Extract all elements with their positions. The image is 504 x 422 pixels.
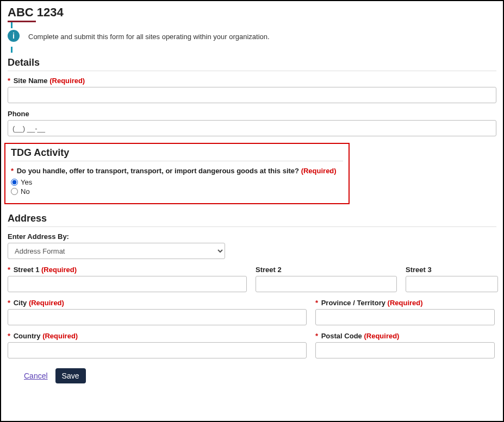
street2-label: Street 2 xyxy=(256,266,397,274)
required-text: (Required) xyxy=(41,266,77,274)
required-text: (Required) xyxy=(301,167,337,175)
site-name-label-wrap: * Site Name (Required) xyxy=(8,77,496,85)
site-name-field: * Site Name (Required) xyxy=(8,77,496,103)
postal-input[interactable] xyxy=(315,342,495,358)
province-label-wrap: * Province / Territory (Required) xyxy=(315,299,495,307)
section-details-heading: Details xyxy=(8,57,496,68)
street1-field: * Street 1 (Required) xyxy=(8,266,247,292)
required-text: (Required) xyxy=(388,299,423,307)
required-star: * xyxy=(8,299,10,307)
info-icon-wrap: i xyxy=(8,26,22,47)
divider xyxy=(11,161,343,161)
province-input[interactable] xyxy=(315,309,495,325)
required-star: * xyxy=(8,332,10,340)
info-icon: i xyxy=(8,30,20,42)
required-text: (Required) xyxy=(49,77,85,85)
section-address-heading: Address xyxy=(8,213,496,224)
bracket-bottom xyxy=(11,47,13,53)
form-actions: Cancel Save xyxy=(8,368,496,383)
required-text: (Required) xyxy=(42,332,78,340)
info-text: Complete and submit this form for all si… xyxy=(28,33,270,41)
country-postal-row: * Country (Required) * Postal Code (Requ… xyxy=(8,332,496,358)
tdg-yes-row[interactable]: Yes xyxy=(11,178,343,186)
info-banner: i Complete and submit this form for all … xyxy=(8,26,496,47)
country-input[interactable] xyxy=(8,342,307,358)
enter-by-label: Enter Address By: xyxy=(8,232,496,241)
phone-input[interactable] xyxy=(8,120,496,136)
postal-label-wrap: * Postal Code (Required) xyxy=(315,332,495,340)
postal-label: Postal Code xyxy=(321,332,362,340)
required-star: * xyxy=(315,332,318,340)
bracket-top xyxy=(11,22,13,28)
street3-input[interactable] xyxy=(406,276,498,292)
address-format-select[interactable]: Address Format xyxy=(8,243,225,259)
tdg-question: * Do you handle, offer to transport, tra… xyxy=(11,167,343,175)
phone-field: Phone xyxy=(8,110,496,136)
city-province-row: * City (Required) * Province / Territory… xyxy=(8,299,496,325)
street1-label-wrap: * Street 1 (Required) xyxy=(8,266,247,274)
phone-label: Phone xyxy=(8,110,496,118)
street2-input[interactable] xyxy=(256,276,397,292)
enter-address-by-field: Enter Address By: Address Format xyxy=(8,232,496,259)
site-name-input[interactable] xyxy=(8,87,496,103)
street2-field: Street 2 xyxy=(256,266,397,292)
tdg-yes-radio[interactable] xyxy=(11,179,18,186)
postal-field: * Postal Code (Required) xyxy=(315,332,495,358)
country-label-wrap: * Country (Required) xyxy=(8,332,307,340)
country-label: Country xyxy=(14,332,41,340)
save-button[interactable]: Save xyxy=(55,368,86,383)
section-tdg-heading: TDG Activity xyxy=(11,147,343,159)
city-field: * City (Required) xyxy=(8,299,307,325)
street-row: * Street 1 (Required) Street 2 Street 3 xyxy=(8,266,496,292)
street3-field: Street 3 xyxy=(406,266,498,292)
tdg-highlight-box: TDG Activity * Do you handle, offer to t… xyxy=(4,143,350,204)
page-title: ABC 1234 xyxy=(8,5,496,20)
required-star: * xyxy=(315,299,318,307)
province-field: * Province / Territory (Required) xyxy=(315,299,495,325)
tdg-question-text: Do you handle, offer to transport, trans… xyxy=(17,167,299,175)
divider xyxy=(8,226,496,227)
required-text: (Required) xyxy=(364,332,399,340)
tdg-no-radio[interactable] xyxy=(11,188,18,195)
site-name-label: Site Name xyxy=(14,77,48,85)
country-field: * Country (Required) xyxy=(8,332,307,358)
form-container: ABC 1234 i Complete and submit this form… xyxy=(0,0,504,422)
tdg-yes-label: Yes xyxy=(21,178,32,186)
required-star: * xyxy=(11,167,14,175)
city-label: City xyxy=(14,299,27,307)
tdg-no-row[interactable]: No xyxy=(11,187,343,196)
street3-label: Street 3 xyxy=(406,266,498,274)
cancel-link[interactable]: Cancel xyxy=(24,371,48,380)
required-text: (Required) xyxy=(29,299,64,307)
tdg-no-label: No xyxy=(21,187,30,196)
city-label-wrap: * City (Required) xyxy=(8,299,307,307)
street1-input[interactable] xyxy=(8,276,247,292)
required-star: * xyxy=(8,266,10,274)
divider xyxy=(8,71,496,71)
city-input[interactable] xyxy=(8,309,307,325)
street1-label: Street 1 xyxy=(14,266,40,274)
info-glyph: i xyxy=(13,32,15,40)
province-label: Province / Territory xyxy=(321,299,385,307)
required-star: * xyxy=(8,77,10,85)
